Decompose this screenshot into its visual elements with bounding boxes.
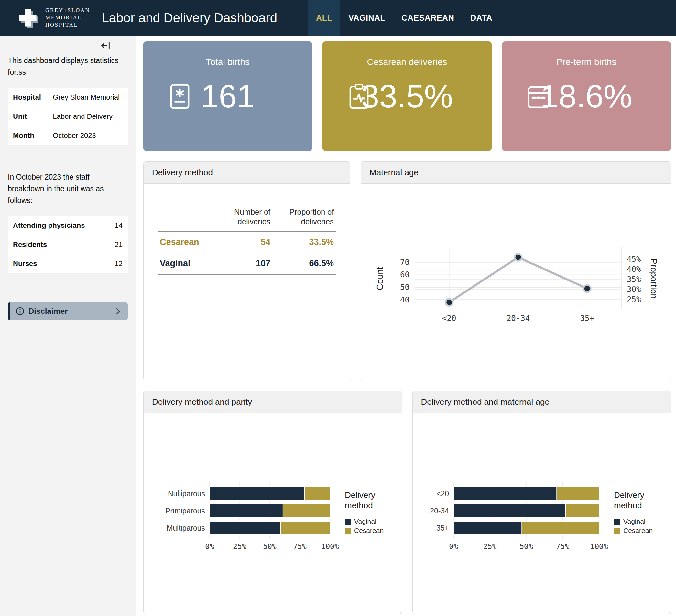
calendar-week-icon [525,82,553,110]
table-cell: 33.5% [272,231,336,253]
info-icon [15,307,24,316]
svg-text:Vaginal: Vaginal [354,518,377,525]
sidebar-intro: This dashboard displays statistics for:s… [8,55,128,78]
card-delivery-method: Delivery method Number of deliveries Pro… [143,161,350,381]
disclaimer-accordion[interactable]: Disclaimer [8,302,128,320]
table-col-header: Number of deliveries [212,203,272,231]
svg-text:25%: 25% [627,295,641,304]
charts-row-1: Delivery method Number of deliveries Pro… [143,161,671,381]
info-label: Unit [8,107,48,126]
svg-text:30%: 30% [627,285,641,294]
staff-label: Residents [8,235,106,254]
logo-line: MEMORIAL [45,14,90,21]
tab-caesarean[interactable]: CAESAREAN [393,0,462,36]
hospital-logo: GREY+SLOAN MEMORIAL HOSPITAL [15,5,90,30]
navbar: GREY+SLOAN MEMORIAL HOSPITAL Labor and D… [0,0,676,36]
table-col-header [158,203,212,231]
value-box-value: 18.6% [541,78,632,115]
info-row: Unit Labor and Delivery [8,107,128,126]
svg-text:Primiparous: Primiparous [165,507,205,515]
svg-text:50%: 50% [519,542,533,551]
nav-tabs: ALL VAGINAL CAESAREAN DATA [308,0,500,36]
collapse-arrow-icon [100,40,111,51]
table-col-header: Proportion of deliveries [272,203,336,231]
info-value: Labor and Delivery [48,107,128,126]
table-row: Vaginal 107 66.5% [158,253,336,275]
staff-intro: In October 2023 the staff breakdown in t… [8,171,128,206]
svg-text:35+: 35+ [436,524,449,532]
svg-text:20-34: 20-34 [507,314,530,323]
info-value: October 2023 [48,126,128,145]
svg-text:50%: 50% [263,542,277,551]
card-header: Delivery method [144,162,350,184]
svg-text:60: 60 [400,270,409,279]
svg-text:35+: 35+ [580,314,594,323]
tab-all[interactable]: ALL [308,0,340,36]
maternal-age-line-svg: 25%30%35%40%45%40506070<2020-3435+CountP… [366,186,664,372]
svg-text:<20: <20 [436,490,449,498]
table-cell: 66.5% [272,253,336,275]
svg-text:25%: 25% [233,542,246,551]
svg-text:Nulliparous: Nulliparous [168,490,205,498]
sidebar: This dashboard displays statistics for:s… [0,36,136,616]
value-box-preterm: Pre-term births 18.6% [502,41,671,151]
staff-value: 14 [106,216,128,235]
table-cell: Vaginal [158,253,212,275]
svg-text:40%: 40% [627,265,641,274]
cross-logo-icon [15,5,40,30]
staff-row: Nurses 12 [8,254,128,273]
card-delivery-age: Delivery method and maternal age 0%25%50… [412,391,671,614]
svg-text:35%: 35% [627,275,641,284]
main-content: Total births 161 Cesarean deliveries [136,36,676,616]
svg-text:75%: 75% [293,542,306,551]
value-box-row: Total births 161 Cesarean deliveries [143,41,671,151]
svg-text:<20: <20 [442,314,456,323]
delivery-method-table: Number of deliveries Proportion of deliv… [158,203,336,275]
table-row: Cesarean 54 33.5% [158,231,336,253]
svg-text:70: 70 [400,258,409,267]
page-title: Labor and Delivery Dashboard [102,11,278,25]
svg-text:Multiparous: Multiparous [167,524,205,532]
svg-text:75%: 75% [556,542,569,551]
svg-text:50: 50 [400,283,409,292]
staff-value: 21 [106,235,128,254]
tab-data[interactable]: DATA [462,0,500,36]
value-box-total-births: Total births 161 [143,41,312,151]
staff-row: Residents 21 [8,235,128,254]
card-header: Delivery method and parity [144,391,402,413]
svg-text:Vaginal: Vaginal [623,518,645,525]
svg-text:100%: 100% [321,542,339,551]
staff-row: Attending physicians 14 [8,216,128,235]
svg-text:20-34: 20-34 [430,507,449,515]
svg-text:40: 40 [400,295,409,304]
svg-text:100%: 100% [590,542,608,551]
staff-value: 12 [106,254,128,273]
svg-text:45%: 45% [627,255,641,264]
delivery-parity-chart: 0%25%50%75%100%NulliparousPrimiparousMul… [144,413,402,614]
info-row: Hospital Grey Sloan Memorial [8,88,128,107]
stacked-bar-svg: 0%25%50%75%100%NulliparousPrimiparousMul… [149,416,401,613]
card-header: Maternal age [361,162,671,184]
table-cell: Cesarean [158,231,212,253]
info-label: Hospital [8,88,48,107]
logo-line: GREY+SLOAN [45,7,90,14]
card-delivery-parity: Delivery method and parity 0%25%50%75%10… [143,391,402,614]
file-medical-icon [166,82,194,110]
chevron-right-icon [113,306,123,316]
staff-label: Nurses [8,254,106,273]
sidebar-collapse-button[interactable] [100,40,111,51]
svg-text:Count: Count [375,267,385,290]
charts-row-2: Delivery method and parity 0%25%50%75%10… [143,391,671,614]
tab-vaginal[interactable]: VAGINAL [340,0,393,36]
table-cell: 107 [212,253,272,275]
svg-text:Delivery: Delivery [345,490,375,500]
info-label: Month [8,126,48,145]
svg-text:Cesarean: Cesarean [354,527,384,534]
sidebar-divider [8,159,128,159]
card-maternal-age: Maternal age 25%30%35%40%45%40506070<202… [361,161,671,381]
svg-text:0%: 0% [205,542,214,551]
info-row: Month October 2023 [8,126,128,145]
card-header: Delivery method and maternal age [413,391,671,413]
stacked-bar-svg: 0%25%50%75%100%<2020-3435+Deliverymethod… [418,416,670,613]
hospital-info-table: Hospital Grey Sloan Memorial Unit Labor … [8,88,128,145]
